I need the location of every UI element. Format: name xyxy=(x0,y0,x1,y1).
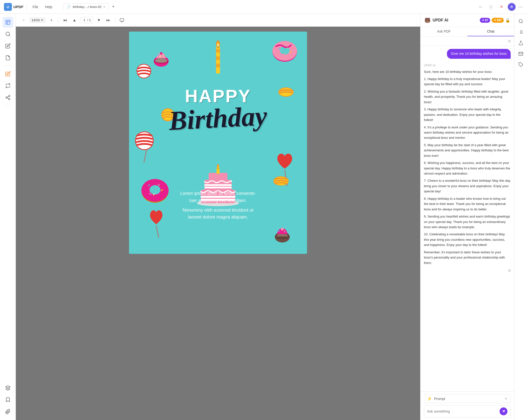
next-page-btn[interactable]: ▼ xyxy=(95,17,103,24)
sidebar-annotate-icon[interactable] xyxy=(2,40,13,51)
candle-decoration xyxy=(211,32,225,76)
prompt-area: ⚡ Prompt ▼ xyxy=(420,391,514,420)
svg-rect-20 xyxy=(216,56,220,60)
menu-file[interactable]: File xyxy=(30,4,41,10)
credit-count-897: 897 xyxy=(497,19,502,22)
tab-birthday[interactable]: 📄 birthday-...r-boss-02 × xyxy=(63,3,109,10)
cupcake-bottom-right xyxy=(270,219,295,244)
pdf-area: − 141% ▼ + ⏮ ▲ 1 / 1 ▼ ⏭ xyxy=(16,14,420,420)
tab-ask-pdf[interactable]: Ask PDF xyxy=(420,27,467,36)
donut-bottom-left xyxy=(139,177,171,204)
svg-point-58 xyxy=(150,185,160,195)
far-right-share-icon[interactable] xyxy=(516,39,525,47)
prompt-chevron-icon: ▼ xyxy=(505,397,507,400)
heart-lollipop-bottom xyxy=(149,207,169,239)
sidebar-pages-icon[interactable] xyxy=(2,52,13,63)
minimize-btn[interactable]: ─ xyxy=(477,3,484,11)
credit-icon-2: ✦ xyxy=(494,19,496,22)
main-content: − 141% ▼ + ⏮ ▲ 1 / 1 ▼ ⏭ xyxy=(0,14,527,420)
send-btn[interactable] xyxy=(500,407,507,415)
credit-badge-orange[interactable]: ✦ 897 xyxy=(492,18,504,23)
maximize-btn[interactable]: □ xyxy=(487,3,495,11)
chat-top-input[interactable] xyxy=(424,39,508,43)
svg-rect-8 xyxy=(120,19,124,21)
pdf-scroll-area[interactable]: HAPPY Birthday xyxy=(16,27,420,420)
tab-chat[interactable]: Chat xyxy=(467,27,514,36)
zoom-in-btn[interactable]: + xyxy=(48,17,55,24)
far-right-mail-icon[interactable] xyxy=(516,49,525,58)
sidebar-bookmark-icon[interactable] xyxy=(2,394,13,405)
ask-input[interactable] xyxy=(427,409,498,413)
sidebar-share-icon[interactable] xyxy=(2,92,13,103)
user-bubble-text: Give me 10 birthday wishes for boss xyxy=(447,49,511,59)
prompt-selector[interactable]: ⚡ Prompt ▼ xyxy=(424,394,511,403)
prompt-label: Prompt xyxy=(434,397,445,401)
copy-response-btn[interactable]: ⧉ xyxy=(508,268,511,273)
ai-title-text: UPDF AI xyxy=(433,18,448,22)
sidebar-layers-icon[interactable] xyxy=(2,382,13,393)
far-right-tag-icon[interactable] xyxy=(516,60,525,69)
svg-line-5 xyxy=(7,98,8,99)
far-right-panel xyxy=(514,14,527,420)
birthday-script-text: Birthday xyxy=(168,104,268,133)
lorem-text: Lorem ipsum dolor sit amet, consecte- tu… xyxy=(180,190,256,204)
close-btn[interactable]: ✕ xyxy=(497,3,505,11)
ai-tabs: Ask PDF Chat xyxy=(420,27,514,37)
ai-wish-7: 7. Cheers to a wonderful boss on their b… xyxy=(424,178,511,194)
current-page[interactable]: 1 xyxy=(82,18,86,22)
present-btn[interactable] xyxy=(118,17,126,24)
sidebar-reader-icon[interactable] xyxy=(2,29,13,40)
far-right-search-icon[interactable] xyxy=(516,17,525,26)
svg-point-4 xyxy=(8,99,10,100)
topbar: U UPDF File Help 📄 birthday-...r-boss-02… xyxy=(0,0,527,14)
ask-input-area xyxy=(424,405,511,418)
sidebar-convert-icon[interactable] xyxy=(2,80,13,91)
sidebar-attachment-icon[interactable] xyxy=(2,406,13,417)
logo-icon: U xyxy=(4,3,12,11)
svg-rect-0 xyxy=(6,20,10,24)
svg-rect-51 xyxy=(209,173,227,181)
lock-icon[interactable]: 🔒 xyxy=(505,18,510,23)
ai-title: 🐻 UPDF AI xyxy=(424,17,448,23)
chat-copy-icon[interactable]: ⧉ xyxy=(508,39,511,43)
svg-rect-49 xyxy=(204,184,232,186)
far-right-list-icon[interactable] xyxy=(516,28,525,37)
ai-wish-4: 4. It's a privilege to work under your g… xyxy=(424,125,511,140)
last-page-btn[interactable]: ⏭ xyxy=(105,17,112,24)
prev-page-btn[interactable]: ▲ xyxy=(71,17,78,24)
pdf-toolbar: − 141% ▼ + ⏮ ▲ 1 / 1 ▼ ⏭ xyxy=(16,14,420,27)
toolbar-divider-2 xyxy=(115,17,115,23)
ai-panel: 🐻 UPDF AI ✦ 97 ✦ 897 🔒 Ask PDF C xyxy=(420,14,514,420)
menu-help[interactable]: Help xyxy=(42,4,55,10)
ai-response-footer: Remember, it's important to tailor these… xyxy=(424,250,511,265)
prompt-icon: ⚡ xyxy=(427,396,432,401)
ai-response-text: Sure, here are 10 birthday wishes for yo… xyxy=(424,69,511,265)
tab-bar: 📄 birthday-...r-boss-02 × + xyxy=(63,3,474,10)
sidebar-sign-icon[interactable] xyxy=(2,68,13,79)
app-name: UPDF xyxy=(13,5,23,9)
svg-point-72 xyxy=(519,20,522,23)
tab-close-btn[interactable]: × xyxy=(104,5,105,9)
ai-response-intro: Sure, here are 10 birthday wishes for yo… xyxy=(424,69,511,74)
credit-badge-purple[interactable]: ✦ 97 xyxy=(480,18,490,23)
ai-response-area[interactable]: UPDF AI Sure, here are 10 birthday wishe… xyxy=(420,62,514,391)
sidebar-divider-1 xyxy=(3,66,12,66)
birthday-card-text: HAPPY Birthday xyxy=(169,86,267,131)
zoom-out-btn[interactable]: − xyxy=(20,17,27,24)
svg-point-13 xyxy=(155,59,167,63)
birthday-card: HAPPY Birthday xyxy=(129,32,307,254)
left-sidebar xyxy=(0,14,16,420)
tab-add-btn[interactable]: + xyxy=(110,3,117,10)
first-page-btn[interactable]: ⏮ xyxy=(61,17,69,24)
sidebar-edit-icon[interactable] xyxy=(2,17,13,28)
credit-icon: ✦ xyxy=(482,19,484,22)
app-logo[interactable]: U UPDF xyxy=(4,3,23,11)
svg-line-73 xyxy=(522,22,523,23)
zoom-display[interactable]: 141% ▼ xyxy=(29,17,46,23)
cupcake-decoration xyxy=(149,44,174,69)
more-options-btn[interactable]: ⋯ xyxy=(518,4,523,10)
chat-top-input-area: ⧉ xyxy=(420,37,514,46)
user-avatar[interactable]: R xyxy=(508,3,516,11)
zoom-chevron-icon: ▼ xyxy=(41,19,43,21)
ai-wish-10: 10. Celebrating a remarkable boss on the… xyxy=(424,232,511,247)
